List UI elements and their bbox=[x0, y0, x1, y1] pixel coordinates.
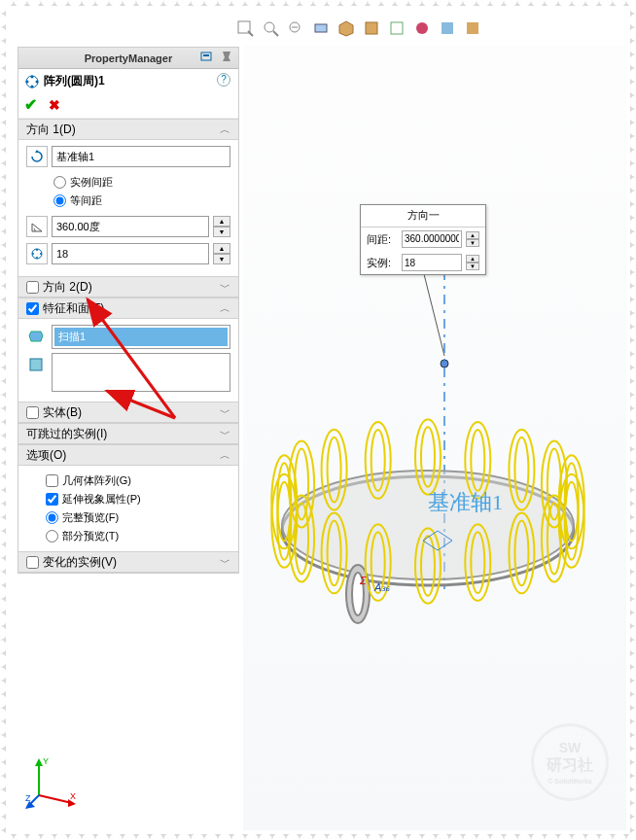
section-bodies-header[interactable]: 实体(B) ﹀ bbox=[18, 402, 238, 423]
panel-options-icon[interactable] bbox=[199, 50, 215, 65]
section-vary-label: 变化的实例(V) bbox=[43, 554, 117, 571]
partial-preview-radio[interactable] bbox=[46, 530, 58, 542]
section-skip-header[interactable]: 可跳过的实例(I) ﹀ bbox=[18, 423, 238, 444]
view-triad[interactable]: Y X Z bbox=[25, 754, 80, 809]
svg-point-278 bbox=[0, 721, 7, 735]
feature-name-row: 阵列(圆周)1 ? bbox=[18, 69, 238, 93]
svg-point-280 bbox=[0, 735, 7, 749]
svg-point-288 bbox=[0, 789, 7, 803]
instances-value-input[interactable] bbox=[402, 254, 462, 271]
svg-point-17 bbox=[26, 80, 29, 83]
watermark: SW 研习社 © SolidWorks bbox=[531, 723, 609, 801]
display-style-icon[interactable] bbox=[360, 18, 383, 39]
svg-point-155 bbox=[517, 833, 531, 840]
svg-point-227 bbox=[629, 368, 636, 381]
svg-point-88 bbox=[68, 0, 82, 7]
section-features-header[interactable]: 特征和面(F) ︿ bbox=[18, 298, 238, 319]
bodies-checkbox[interactable] bbox=[26, 406, 39, 419]
svg-point-289 bbox=[629, 789, 636, 803]
angle-icon bbox=[26, 216, 48, 237]
pattern-axis-input[interactable] bbox=[52, 146, 230, 167]
zoom-area-icon[interactable] bbox=[259, 18, 282, 39]
confirm-row: ✔ ✖ bbox=[18, 93, 238, 116]
section-direction1-header[interactable]: 方向 1(D) ︿ bbox=[18, 119, 238, 140]
svg-point-81 bbox=[14, 833, 27, 840]
section-options-label: 选项(O) bbox=[26, 447, 66, 464]
help-icon[interactable]: ? bbox=[217, 73, 230, 87]
svg-point-163 bbox=[572, 833, 585, 840]
hide-show-icon[interactable] bbox=[385, 18, 408, 39]
instances-spinner[interactable]: ▲▼ bbox=[466, 255, 479, 270]
svg-point-257 bbox=[629, 572, 636, 585]
svg-point-105 bbox=[177, 833, 191, 840]
svg-point-104 bbox=[177, 0, 191, 7]
svg-point-198 bbox=[0, 177, 7, 191]
full-preview-radio[interactable] bbox=[46, 511, 58, 524]
instance-spinner[interactable]: ▲▼ bbox=[213, 243, 230, 264]
angle-input[interactable] bbox=[52, 216, 209, 237]
zoom-prev-icon[interactable] bbox=[284, 18, 307, 39]
geom-pattern-checkbox[interactable] bbox=[46, 474, 58, 487]
cancel-button[interactable]: ✖ bbox=[49, 97, 64, 113]
selected-feature[interactable]: 扫描1 bbox=[54, 328, 228, 346]
faces-listbox[interactable] bbox=[52, 353, 230, 392]
section-vary-header[interactable]: 变化的实例(V) ﹀ bbox=[18, 551, 238, 573]
svg-point-15 bbox=[36, 80, 39, 83]
instance-count-input[interactable] bbox=[52, 243, 209, 264]
svg-point-251 bbox=[629, 531, 636, 544]
vary-checkbox[interactable] bbox=[26, 556, 39, 569]
svg-point-151 bbox=[490, 833, 504, 840]
svg-point-249 bbox=[629, 517, 636, 531]
section-view-icon[interactable] bbox=[309, 18, 333, 39]
graphics-viewport[interactable]: Σ A₃₆ 基准轴1 bbox=[243, 45, 626, 830]
svg-point-260 bbox=[0, 599, 7, 612]
svg-point-176 bbox=[0, 27, 7, 41]
appearance-icon[interactable] bbox=[410, 18, 434, 39]
spacing-value-input[interactable] bbox=[402, 230, 462, 248]
equal-spacing-radio[interactable] bbox=[53, 194, 66, 207]
svg-point-187 bbox=[629, 95, 636, 109]
features-listbox[interactable]: 扫描1 bbox=[52, 325, 230, 349]
svg-point-208 bbox=[0, 245, 7, 259]
svg-point-115 bbox=[245, 833, 259, 840]
svg-point-178 bbox=[0, 41, 7, 54]
dimension-callout[interactable]: 方向一 间距: ▲▼ 实例: ▲▼ bbox=[360, 204, 486, 275]
svg-point-96 bbox=[123, 0, 136, 7]
svg-point-218 bbox=[0, 313, 7, 327]
svg-point-138 bbox=[408, 0, 422, 7]
svg-point-89 bbox=[68, 833, 82, 840]
svg-point-179 bbox=[629, 41, 636, 54]
svg-point-142 bbox=[436, 0, 449, 7]
features-checkbox[interactable] bbox=[26, 302, 39, 315]
svg-point-285 bbox=[629, 762, 636, 776]
reverse-direction-button[interactable] bbox=[26, 146, 48, 167]
ok-button[interactable]: ✔ bbox=[24, 95, 40, 114]
view-settings-icon[interactable] bbox=[461, 18, 484, 39]
svg-point-277 bbox=[629, 708, 636, 721]
svg-point-82 bbox=[27, 0, 41, 7]
svg-text:Z: Z bbox=[25, 793, 31, 803]
section-options-header[interactable]: 选项(O) ︿ bbox=[18, 444, 238, 466]
svg-point-101 bbox=[150, 833, 163, 840]
direction2-checkbox[interactable] bbox=[26, 281, 39, 294]
propagate-checkbox[interactable] bbox=[46, 493, 58, 506]
svg-point-152 bbox=[504, 0, 517, 7]
svg-point-134 bbox=[381, 0, 395, 7]
svg-point-265 bbox=[629, 626, 636, 640]
svg-point-137 bbox=[395, 833, 408, 840]
instance-spacing-radio[interactable] bbox=[53, 176, 66, 189]
view-orient-icon[interactable] bbox=[335, 18, 358, 39]
geom-pattern-label: 几何体阵列(G) bbox=[62, 473, 131, 488]
svg-point-294 bbox=[0, 830, 7, 840]
svg-point-231 bbox=[629, 395, 636, 408]
section-direction2-header[interactable]: 方向 2(D) ﹀ bbox=[18, 276, 238, 298]
scene-icon[interactable] bbox=[436, 18, 459, 39]
svg-point-204 bbox=[0, 218, 7, 231]
watermark-line1: SW bbox=[559, 740, 582, 755]
angle-spinner[interactable]: ▲▼ bbox=[213, 216, 230, 237]
spacing-spinner[interactable]: ▲▼ bbox=[466, 231, 479, 247]
pushpin-icon[interactable] bbox=[221, 50, 232, 65]
svg-point-221 bbox=[629, 327, 636, 340]
section-skip-label: 可跳过的实例(I) bbox=[26, 426, 107, 442]
zoom-fit-icon[interactable] bbox=[233, 18, 257, 39]
